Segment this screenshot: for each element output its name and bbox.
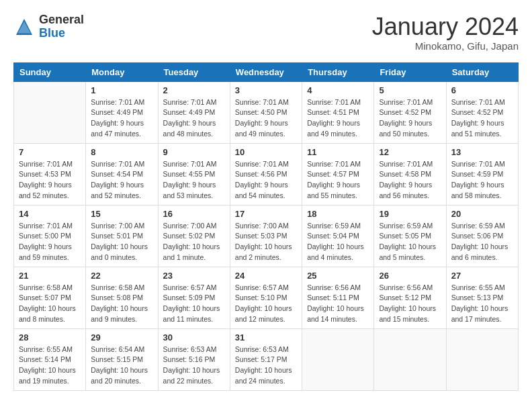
calendar-cell: 12Sunrise: 7:01 AMSunset: 4:58 PMDayligh… xyxy=(374,143,446,205)
day-info: Sunrise: 7:01 AMSunset: 5:00 PMDaylight:… xyxy=(19,221,81,263)
logo: General Blue xyxy=(13,13,84,40)
calendar-cell xyxy=(374,328,446,390)
day-number: 25 xyxy=(307,271,369,281)
column-header-wednesday: Wednesday xyxy=(230,62,302,81)
day-number: 12 xyxy=(379,147,441,157)
day-number: 22 xyxy=(91,271,152,281)
day-info: Sunrise: 6:56 AMSunset: 5:11 PMDaylight:… xyxy=(307,283,369,325)
day-info: Sunrise: 6:55 AMSunset: 5:14 PMDaylight:… xyxy=(19,345,81,387)
calendar-cell: 21Sunrise: 6:58 AMSunset: 5:07 PMDayligh… xyxy=(14,267,86,328)
day-number: 11 xyxy=(307,147,369,157)
calendar-cell: 27Sunrise: 6:55 AMSunset: 5:13 PMDayligh… xyxy=(446,267,518,328)
svg-marker-1 xyxy=(17,21,30,34)
day-info: Sunrise: 7:01 AMSunset: 4:49 PMDaylight:… xyxy=(163,97,225,140)
calendar-cell: 11Sunrise: 7:01 AMSunset: 4:57 PMDayligh… xyxy=(302,143,374,205)
day-number: 20 xyxy=(451,209,513,219)
day-info: Sunrise: 6:59 AMSunset: 5:04 PMDaylight:… xyxy=(307,221,369,263)
day-number: 16 xyxy=(163,209,225,219)
calendar-cell: 20Sunrise: 6:59 AMSunset: 5:06 PMDayligh… xyxy=(446,205,518,267)
calendar-cell: 26Sunrise: 6:56 AMSunset: 5:12 PMDayligh… xyxy=(374,267,446,328)
calendar-cell: 7Sunrise: 7:01 AMSunset: 4:53 PMDaylight… xyxy=(14,143,86,205)
day-number: 31 xyxy=(235,332,297,342)
day-number: 15 xyxy=(91,209,152,219)
day-info: Sunrise: 6:57 AMSunset: 5:10 PMDaylight:… xyxy=(235,283,297,325)
calendar-cell: 14Sunrise: 7:01 AMSunset: 5:00 PMDayligh… xyxy=(14,205,86,267)
calendar-cell: 22Sunrise: 6:58 AMSunset: 5:08 PMDayligh… xyxy=(86,267,158,328)
day-info: Sunrise: 6:58 AMSunset: 5:08 PMDaylight:… xyxy=(91,283,152,325)
calendar-cell: 9Sunrise: 7:01 AMSunset: 4:55 PMDaylight… xyxy=(158,143,230,205)
calendar-cell: 16Sunrise: 7:00 AMSunset: 5:02 PMDayligh… xyxy=(158,205,230,267)
day-info: Sunrise: 7:01 AMSunset: 4:58 PMDaylight:… xyxy=(379,159,441,201)
day-info: Sunrise: 7:00 AMSunset: 5:01 PMDaylight:… xyxy=(91,221,152,263)
calendar-cell: 13Sunrise: 7:01 AMSunset: 4:59 PMDayligh… xyxy=(446,143,518,205)
logo-general: General xyxy=(39,13,84,27)
column-header-tuesday: Tuesday xyxy=(158,62,230,81)
column-header-monday: Monday xyxy=(86,62,158,81)
day-number: 19 xyxy=(379,209,441,219)
week-row-3: 14Sunrise: 7:01 AMSunset: 5:00 PMDayligh… xyxy=(14,205,519,267)
month-title: January 2024 xyxy=(372,13,519,40)
day-info: Sunrise: 7:01 AMSunset: 4:52 PMDaylight:… xyxy=(451,97,513,140)
page-header: General Blue January 2024 Minokamo, Gifu… xyxy=(13,13,519,52)
day-number: 23 xyxy=(163,271,225,281)
column-header-sunday: Sunday xyxy=(14,62,86,81)
calendar-cell: 5Sunrise: 7:01 AMSunset: 4:52 PMDaylight… xyxy=(374,81,446,143)
calendar-cell: 1Sunrise: 7:01 AMSunset: 4:49 PMDaylight… xyxy=(86,81,158,143)
calendar-cell xyxy=(302,328,374,390)
day-number: 2 xyxy=(163,85,225,95)
calendar-cell: 6Sunrise: 7:01 AMSunset: 4:52 PMDaylight… xyxy=(446,81,518,143)
day-number: 10 xyxy=(235,147,297,157)
day-number: 30 xyxy=(163,332,225,342)
day-number: 9 xyxy=(163,147,225,157)
day-info: Sunrise: 6:58 AMSunset: 5:07 PMDaylight:… xyxy=(19,283,81,325)
day-number: 4 xyxy=(307,85,369,95)
day-info: Sunrise: 6:54 AMSunset: 5:15 PMDaylight:… xyxy=(91,345,152,387)
day-info: Sunrise: 7:01 AMSunset: 4:56 PMDaylight:… xyxy=(235,159,297,201)
day-info: Sunrise: 7:01 AMSunset: 4:59 PMDaylight:… xyxy=(451,159,513,201)
calendar-cell: 28Sunrise: 6:55 AMSunset: 5:14 PMDayligh… xyxy=(14,328,86,390)
week-row-2: 7Sunrise: 7:01 AMSunset: 4:53 PMDaylight… xyxy=(14,143,519,205)
day-number: 14 xyxy=(19,209,81,219)
day-info: Sunrise: 7:01 AMSunset: 4:54 PMDaylight:… xyxy=(91,159,152,201)
day-info: Sunrise: 7:01 AMSunset: 4:53 PMDaylight:… xyxy=(19,159,81,201)
calendar-cell: 31Sunrise: 6:53 AMSunset: 5:17 PMDayligh… xyxy=(230,328,302,390)
day-number: 28 xyxy=(19,332,81,342)
calendar-cell: 24Sunrise: 6:57 AMSunset: 5:10 PMDayligh… xyxy=(230,267,302,328)
day-number: 18 xyxy=(307,209,369,219)
day-number: 13 xyxy=(451,147,513,157)
day-info: Sunrise: 7:01 AMSunset: 4:55 PMDaylight:… xyxy=(163,159,225,201)
calendar-cell: 25Sunrise: 6:56 AMSunset: 5:11 PMDayligh… xyxy=(302,267,374,328)
calendar-cell: 8Sunrise: 7:01 AMSunset: 4:54 PMDaylight… xyxy=(86,143,158,205)
day-number: 26 xyxy=(379,271,441,281)
calendar-cell xyxy=(446,328,518,390)
day-number: 5 xyxy=(379,85,441,95)
calendar-cell: 4Sunrise: 7:01 AMSunset: 4:51 PMDaylight… xyxy=(302,81,374,143)
day-info: Sunrise: 7:01 AMSunset: 4:51 PMDaylight:… xyxy=(307,97,369,140)
week-row-5: 28Sunrise: 6:55 AMSunset: 5:14 PMDayligh… xyxy=(14,328,519,390)
day-info: Sunrise: 7:01 AMSunset: 4:50 PMDaylight:… xyxy=(235,97,297,140)
day-number: 7 xyxy=(19,147,81,157)
logo-icon xyxy=(13,16,35,38)
calendar-cell: 30Sunrise: 6:53 AMSunset: 5:16 PMDayligh… xyxy=(158,328,230,390)
logo-text: General Blue xyxy=(39,13,84,40)
title-block: January 2024 Minokamo, Gifu, Japan xyxy=(372,13,519,52)
day-number: 6 xyxy=(451,85,513,95)
day-info: Sunrise: 7:00 AMSunset: 5:02 PMDaylight:… xyxy=(163,221,225,263)
day-info: Sunrise: 7:00 AMSunset: 5:03 PMDaylight:… xyxy=(235,221,297,263)
week-row-1: 1Sunrise: 7:01 AMSunset: 4:49 PMDaylight… xyxy=(14,81,519,143)
day-number: 21 xyxy=(19,271,81,281)
day-number: 3 xyxy=(235,85,297,95)
calendar-cell: 3Sunrise: 7:01 AMSunset: 4:50 PMDaylight… xyxy=(230,81,302,143)
day-header-row: SundayMondayTuesdayWednesdayThursdayFrid… xyxy=(14,62,519,81)
day-info: Sunrise: 6:59 AMSunset: 5:05 PMDaylight:… xyxy=(379,221,441,263)
calendar-cell: 17Sunrise: 7:00 AMSunset: 5:03 PMDayligh… xyxy=(230,205,302,267)
day-number: 24 xyxy=(235,271,297,281)
calendar-cell: 10Sunrise: 7:01 AMSunset: 4:56 PMDayligh… xyxy=(230,143,302,205)
calendar-cell xyxy=(14,81,86,143)
day-info: Sunrise: 6:53 AMSunset: 5:17 PMDaylight:… xyxy=(235,345,297,387)
calendar-cell: 29Sunrise: 6:54 AMSunset: 5:15 PMDayligh… xyxy=(86,328,158,390)
calendar-cell: 19Sunrise: 6:59 AMSunset: 5:05 PMDayligh… xyxy=(374,205,446,267)
calendar-cell: 23Sunrise: 6:57 AMSunset: 5:09 PMDayligh… xyxy=(158,267,230,328)
day-number: 17 xyxy=(235,209,297,219)
day-info: Sunrise: 6:57 AMSunset: 5:09 PMDaylight:… xyxy=(163,283,225,325)
